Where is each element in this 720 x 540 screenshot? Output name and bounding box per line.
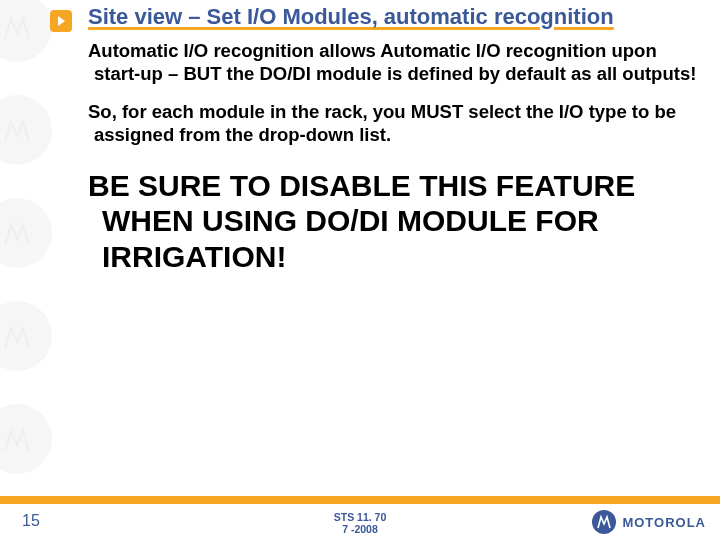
background-watermark (0, 0, 80, 540)
slide-content: Site view – Set I/O Modules, automatic r… (88, 4, 700, 274)
motorola-icon (592, 510, 616, 534)
svg-marker-0 (58, 16, 65, 26)
paragraph-1: Automatic I/O recognition allows Automat… (88, 39, 700, 85)
bullet-icon (50, 10, 72, 32)
footer-divider (0, 496, 720, 504)
paragraph-2: So, for each module in the rack, you MUS… (88, 100, 700, 146)
warning-text: BE SURE TO DISABLE THIS FEATURE WHEN USI… (88, 168, 700, 274)
slide-title: Site view – Set I/O Modules, automatic r… (88, 4, 700, 29)
brand-name: MOTOROLA (622, 515, 706, 530)
brand-logo: MOTOROLA (592, 510, 706, 534)
